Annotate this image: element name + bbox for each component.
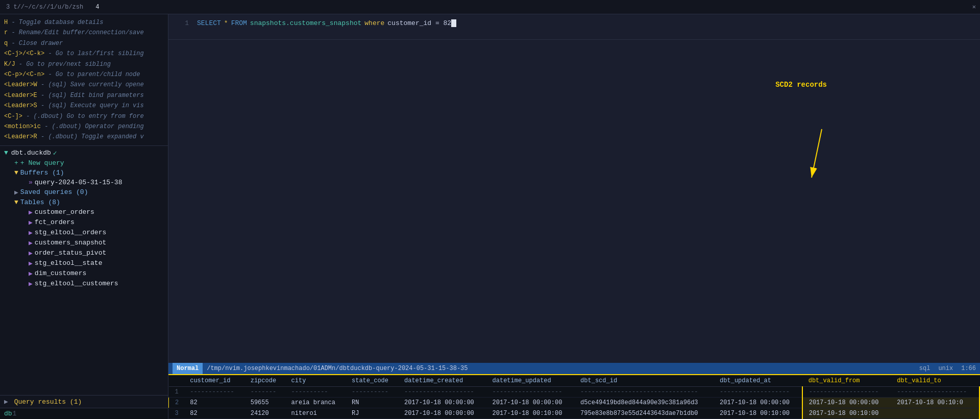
list-item[interactable]: ▶ customers_snapshot [0,238,168,248]
sep-dbt-valid-from: ------------------- [802,387,891,398]
tree-tables[interactable]: ▼ Tables (8) [0,198,168,207]
help-desc-cpcn: - Go to parent/child node [48,71,140,78]
tree-root-label: dbt.duckdb [11,149,51,157]
sep-city: ---------- [285,387,346,398]
tree-table-1: fct_orders [35,218,75,226]
sql-editor[interactable]: 1 SELECT * FROM snapshots.customers_snap… [168,14,980,40]
tree-bullet-icon: » [29,179,33,186]
tree-table-3: customers_snapshot [35,239,106,247]
table-row: 2 82 59655 areia branca RN 2017-10-18 00… [169,398,980,408]
sql-select-keyword: SELECT [197,19,221,27]
sidebar: H - Toggle database details r - Rename/E… [0,14,168,419]
row-2-dbt-valid-to: 2017-10-18 00:10:0 [891,398,979,408]
help-desc-cjck: - Go to last/first sibling [48,50,143,57]
help-key-cbracket: <C-]> [4,113,22,120]
sql-condition: customer_id = 82 [387,19,451,27]
help-key-H: H [4,19,8,26]
status-path: /tmp/nvim.josephkevinmachado/01ADMn/dbtd… [207,365,915,372]
col-header-city: city [285,375,346,387]
tree-root-check: ✓ [53,149,57,157]
tree-saved-queries-label: Saved queries (0) [20,188,88,196]
results-table: customer_id zipcode city state_code date… [168,375,980,419]
sep-dbt-updated-at: ------------------- [714,387,802,398]
status-encoding: unix [938,365,953,372]
sep-state-code: ---------- [346,387,398,398]
help-desc-KJ: - Go to prev/next sibling [19,61,111,68]
help-desc-H: - Toggle database details [11,19,103,26]
tree-saved-queries[interactable]: ▶ Saved queries (0) [0,187,168,198]
row-2-city: areia branca [285,398,346,408]
list-item[interactable]: ▶ stg_eltool__customers [0,279,168,289]
tab-3[interactable]: 3 t//~/c/s//1/u/b/zsh [4,3,85,12]
row-3-dbt-scd-id: 795e83e8b873e55d2443643dae7b1db0 [574,408,714,419]
tree-tables-fold-icon: ▼ [14,199,18,206]
tab-close-button[interactable]: ✕ [972,3,976,11]
row-3-num: 3 [169,408,184,419]
sep-datetime-created: ------------------- [398,387,486,398]
table-row: 3 82 24120 niteroi RJ 2017-10-18 00:00:0… [169,408,980,419]
col-header-datetime-created: datetime_created [398,375,486,387]
list-item[interactable]: ▶ stg_eltool__orders [0,228,168,238]
scd2-arrow [168,40,980,363]
row-3-datetime-created: 2017-10-18 00:00:00 [398,408,486,419]
help-key-cjck: <C-j>/<C-k> [4,50,44,57]
col-header-state-code: state_code [346,375,398,387]
row-2-dbt-updated-at: 2017-10-18 00:00:00 [714,398,802,408]
tab-4[interactable]: 4 [93,3,101,12]
tree-new-query-label: + New query [20,159,64,167]
editor-area: 1 SELECT * FROM snapshots.customers_snap… [168,14,980,419]
help-desc-motionic: - (.dbout) Operator pending [44,123,143,130]
main-layout: H - Toggle database details r - Rename/E… [0,14,980,419]
dbui-num: 1 [13,410,17,417]
tree-buffers-label: Buffers (1) [20,169,64,177]
tree-table-4: order_status_pivot [35,249,106,257]
row-3-dbt-valid-from: 2017-10-18 00:10:00 [802,408,891,419]
help-section: H - Toggle database details r - Rename/E… [0,14,168,146]
tree-table-icon-5: ▶ [29,259,33,267]
list-item[interactable]: ▶ fct_orders [0,217,168,228]
status-position: 1:66 [961,365,976,372]
col-header-dbt-valid-from: dbt_valid_from [802,375,891,387]
tree-table-icon-3: ▶ [29,239,33,247]
tree-section: ▼ dbt.duckdb ✓ + + New query ▼ Buffers (… [0,146,168,395]
row-2-datetime-updated: 2017-10-18 00:00:00 [486,398,575,408]
col-header-zipcode: zipcode [244,375,285,387]
tree-root[interactable]: ▼ dbt.duckdb ✓ [0,148,168,158]
row-2-dbt-valid-from: 2017-10-18 00:00:00 [802,398,891,408]
tree-buffers[interactable]: ▼ Buffers (1) [0,168,168,178]
help-desc-cbracket: - (.dbout) Go to entry from fore [26,113,143,120]
row-2-customer-id: 82 [184,398,244,408]
sql-star-operator: * [224,19,228,27]
status-bar: Normal /tmp/nvim.josephkevinmachado/01AD… [168,363,980,374]
tree-triangle-icon: ▼ [4,149,8,157]
table-header-row: customer_id zipcode city state_code date… [169,375,980,387]
tree-table-icon-2: ▶ [29,229,33,237]
tree-table-icon-7: ▶ [29,280,33,288]
sep-dbt-scd-id: -------------------------------- [574,387,714,398]
row-3-city: niteroi [285,408,346,419]
list-item[interactable]: ▶ order_status_pivot [0,248,168,258]
list-item[interactable]: ▶ customer_orders [0,207,168,217]
dbui-label: db [4,410,12,417]
tree-table-icon-6: ▶ [29,269,33,278]
tree-table-6: dim_customers [35,269,86,277]
help-key-leaderE: <Leader>E [4,92,37,99]
status-filetype: sql [919,365,930,372]
row-2-zipcode: 59655 [244,398,285,408]
list-item[interactable]: ▶ dim_customers [0,268,168,279]
list-item[interactable]: ▶ stg_eltool__state [0,258,168,268]
line-number-1: 1 [177,19,189,27]
tree-buffer-item[interactable]: » query-2024-05-31-15-38 [0,178,168,187]
sql-where-keyword: where [364,19,384,27]
table-row: 1 ------------ ------- ---------- ------… [169,387,980,398]
row-3-datetime-updated: 2017-10-18 00:10:00 [486,408,575,419]
tree-new-query[interactable]: + + New query [0,158,168,168]
tree-table-0: customer_orders [35,208,94,216]
status-right: sql unix 1:66 [919,365,976,372]
row-3-customer-id: 82 [184,408,244,419]
row-2-num: 2 [169,398,184,408]
help-desc-leaderE: - (sql) Edit bind parameters [41,92,144,99]
scd2-annotation: SCD2 records [775,81,827,89]
tree-table-icon-4: ▶ [29,249,33,257]
query-results-label: ▶ Query results (1) [0,395,168,408]
